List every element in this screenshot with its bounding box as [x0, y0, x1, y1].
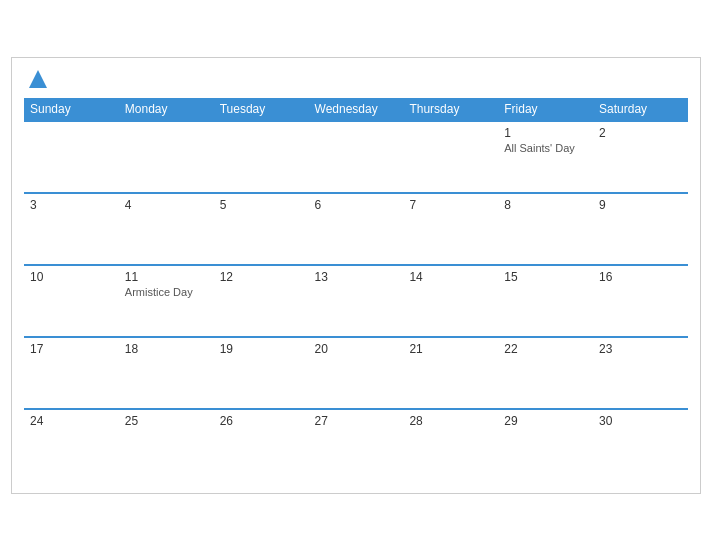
day-number: 6	[315, 198, 398, 212]
calendar-cell-w0-d1	[119, 121, 214, 193]
calendar-week-0: 1All Saints' Day2	[24, 121, 688, 193]
calendar-week-2: 1011Armistice Day1213141516	[24, 265, 688, 337]
calendar-cell-w2-d6: 16	[593, 265, 688, 337]
day-number: 7	[409, 198, 492, 212]
calendar-cell-w3-d6: 23	[593, 337, 688, 409]
calendar-cell-w2-d1: 11Armistice Day	[119, 265, 214, 337]
day-number: 13	[315, 270, 398, 284]
weekday-header-monday: Monday	[119, 98, 214, 121]
day-number: 20	[315, 342, 398, 356]
calendar-cell-w0-d4	[403, 121, 498, 193]
calendar-cell-w0-d3	[309, 121, 404, 193]
day-number: 8	[504, 198, 587, 212]
calendar-table: SundayMondayTuesdayWednesdayThursdayFrid…	[24, 98, 688, 481]
day-number: 16	[599, 270, 682, 284]
day-number: 29	[504, 414, 587, 428]
calendar-cell-w1-d4: 7	[403, 193, 498, 265]
day-number: 30	[599, 414, 682, 428]
calendar-cell-w1-d6: 9	[593, 193, 688, 265]
calendar: SundayMondayTuesdayWednesdayThursdayFrid…	[11, 57, 701, 494]
day-number: 25	[125, 414, 208, 428]
weekday-header-sunday: Sunday	[24, 98, 119, 121]
day-number: 15	[504, 270, 587, 284]
calendar-cell-w4-d5: 29	[498, 409, 593, 481]
day-number: 19	[220, 342, 303, 356]
calendar-cell-w1-d0: 3	[24, 193, 119, 265]
calendar-cell-w4-d6: 30	[593, 409, 688, 481]
calendar-week-4: 24252627282930	[24, 409, 688, 481]
day-number: 9	[599, 198, 682, 212]
calendar-cell-w2-d2: 12	[214, 265, 309, 337]
day-number: 4	[125, 198, 208, 212]
weekday-header-wednesday: Wednesday	[309, 98, 404, 121]
calendar-cell-w3-d0: 17	[24, 337, 119, 409]
calendar-cell-w0-d2	[214, 121, 309, 193]
weekday-header-friday: Friday	[498, 98, 593, 121]
logo-icon	[27, 68, 49, 90]
calendar-week-1: 3456789	[24, 193, 688, 265]
day-number: 27	[315, 414, 398, 428]
calendar-cell-w4-d2: 26	[214, 409, 309, 481]
day-number: 11	[125, 270, 208, 284]
weekday-header-saturday: Saturday	[593, 98, 688, 121]
calendar-cell-w2-d0: 10	[24, 265, 119, 337]
day-number: 28	[409, 414, 492, 428]
calendar-cell-w4-d0: 24	[24, 409, 119, 481]
day-number: 24	[30, 414, 113, 428]
day-number: 2	[599, 126, 682, 140]
calendar-cell-w2-d4: 14	[403, 265, 498, 337]
calendar-cell-w0-d6: 2	[593, 121, 688, 193]
day-number: 23	[599, 342, 682, 356]
logo	[24, 68, 49, 90]
day-number: 18	[125, 342, 208, 356]
weekday-header-thursday: Thursday	[403, 98, 498, 121]
day-number: 22	[504, 342, 587, 356]
calendar-header	[24, 68, 688, 90]
calendar-week-3: 17181920212223	[24, 337, 688, 409]
calendar-cell-w2-d5: 15	[498, 265, 593, 337]
calendar-thead: SundayMondayTuesdayWednesdayThursdayFrid…	[24, 98, 688, 121]
day-number: 1	[504, 126, 587, 140]
calendar-cell-w1-d5: 8	[498, 193, 593, 265]
day-number: 26	[220, 414, 303, 428]
calendar-cell-w0-d5: 1All Saints' Day	[498, 121, 593, 193]
weekday-header-tuesday: Tuesday	[214, 98, 309, 121]
calendar-cell-w3-d5: 22	[498, 337, 593, 409]
calendar-cell-w2-d3: 13	[309, 265, 404, 337]
day-number: 17	[30, 342, 113, 356]
day-number: 21	[409, 342, 492, 356]
calendar-cell-w4-d4: 28	[403, 409, 498, 481]
calendar-cell-w0-d0	[24, 121, 119, 193]
day-number: 14	[409, 270, 492, 284]
day-number: 12	[220, 270, 303, 284]
calendar-cell-w1-d3: 6	[309, 193, 404, 265]
holiday-name: Armistice Day	[125, 286, 208, 298]
calendar-cell-w4-d1: 25	[119, 409, 214, 481]
holiday-name: All Saints' Day	[504, 142, 587, 154]
calendar-tbody: 1All Saints' Day234567891011Armistice Da…	[24, 121, 688, 481]
calendar-cell-w4-d3: 27	[309, 409, 404, 481]
calendar-cell-w1-d1: 4	[119, 193, 214, 265]
calendar-cell-w3-d3: 20	[309, 337, 404, 409]
calendar-cell-w3-d1: 18	[119, 337, 214, 409]
day-number: 10	[30, 270, 113, 284]
weekday-header-row: SundayMondayTuesdayWednesdayThursdayFrid…	[24, 98, 688, 121]
day-number: 3	[30, 198, 113, 212]
calendar-cell-w1-d2: 5	[214, 193, 309, 265]
day-number: 5	[220, 198, 303, 212]
svg-marker-0	[29, 70, 47, 88]
calendar-cell-w3-d4: 21	[403, 337, 498, 409]
calendar-cell-w3-d2: 19	[214, 337, 309, 409]
